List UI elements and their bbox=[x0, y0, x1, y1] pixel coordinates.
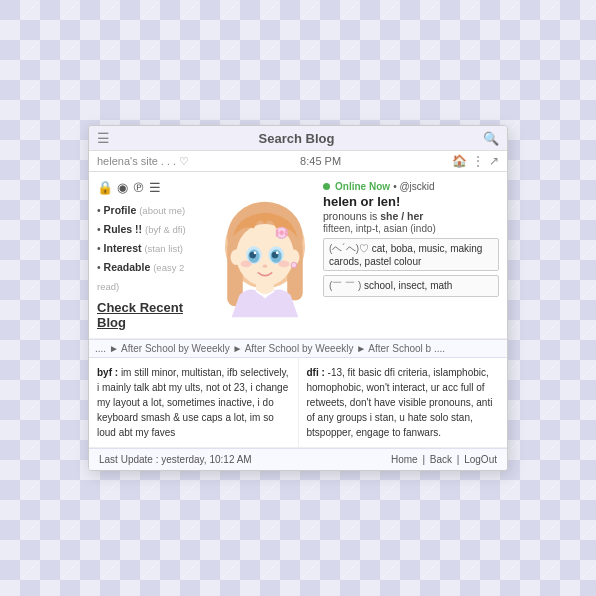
svg-point-11 bbox=[254, 252, 257, 255]
online-dot bbox=[323, 183, 330, 190]
nav-item-rules[interactable]: • Rules !! (byf & dfi) bbox=[97, 220, 207, 239]
nav-item-interest[interactable]: • Interest (stan list) bbox=[97, 239, 207, 258]
svg-point-12 bbox=[276, 252, 279, 255]
profile-left-nav: 🔒 ◉ ℗ ☰ • Profile (about me) • Rules !! … bbox=[97, 180, 207, 329]
profile-nav-links: • Profile (about me) • Rules !! (byf & d… bbox=[97, 201, 207, 295]
svg-point-18 bbox=[231, 250, 242, 266]
profile-section: 🔒 ◉ ℗ ☰ • Profile (about me) • Rules !! … bbox=[89, 172, 507, 338]
profile-info: Online Now • @jsckid helen or len! prono… bbox=[323, 180, 499, 329]
profile-icon-row: 🔒 ◉ ℗ ☰ bbox=[97, 180, 207, 195]
browser-toolbar: ☰ Search Blog 🔍 bbox=[89, 126, 507, 151]
byf-label: byf : bbox=[97, 367, 118, 378]
last-update: Last Update : yesterday, 10:12 AM bbox=[99, 454, 252, 465]
footer-links: Home | Back | LogOut bbox=[391, 454, 497, 465]
lock-icon: 🔒 bbox=[97, 180, 113, 195]
nav-item-readable[interactable]: • Readable (easy 2 read) bbox=[97, 258, 207, 296]
github-icon[interactable]: ◉ bbox=[117, 180, 128, 195]
dfi-box: dfi : -13, fit basic dfi criteria, islam… bbox=[299, 358, 508, 447]
svg-point-14 bbox=[278, 261, 289, 268]
browser-window: ☰ Search Blog 🔍 helena's site . . . ♡ 8:… bbox=[88, 125, 508, 470]
url-display[interactable]: helena's site . . . ♡ bbox=[97, 155, 189, 168]
online-status-row: Online Now • @jsckid bbox=[323, 180, 499, 192]
page-footer: Last Update : yesterday, 10:12 AM Home |… bbox=[89, 448, 507, 470]
online-status: Online Now bbox=[335, 181, 390, 192]
rss-icon[interactable]: ⋮ bbox=[472, 154, 484, 168]
likes-box: (ヘ´ヘ)♡ cat, boba, music, making carods, … bbox=[323, 238, 499, 271]
svg-point-20 bbox=[291, 263, 297, 269]
dislikes-box: (￣ ￣ ) school, insect, math bbox=[323, 275, 499, 297]
pinterest-icon[interactable]: ℗ bbox=[132, 180, 145, 195]
time-display: 8:45 PM bbox=[300, 155, 341, 167]
content-area: 🔒 ◉ ℗ ☰ • Profile (about me) • Rules !! … bbox=[89, 172, 507, 469]
hamburger-icon[interactable]: ☰ bbox=[97, 130, 110, 146]
details: fifteen, intp-t, asian (indo) bbox=[323, 223, 499, 234]
menu-icon[interactable]: ☰ bbox=[149, 180, 161, 195]
home-icon[interactable]: 🏠 bbox=[452, 154, 467, 168]
search-icon[interactable]: 🔍 bbox=[483, 131, 499, 146]
byf-text: im still minor, multistan, ifb selective… bbox=[97, 367, 289, 438]
footer-logout-link[interactable]: LogOut bbox=[464, 454, 497, 465]
browser-title: Search Blog bbox=[110, 131, 483, 146]
byf-dfi-section: byf : im still minor, multistan, ifb sel… bbox=[89, 358, 507, 448]
svg-point-13 bbox=[241, 261, 252, 268]
check-recent-blog-link[interactable]: Check Recent Blog bbox=[97, 300, 207, 330]
nav-item-profile[interactable]: • Profile (about me) bbox=[97, 201, 207, 220]
ticker-bar: .... ► After School by Weeekly ► After S… bbox=[89, 339, 507, 358]
dfi-text: -13, fit basic dfi criteria, islamphobic… bbox=[307, 367, 493, 438]
svg-point-15 bbox=[263, 265, 267, 268]
display-name: helen or len! bbox=[323, 194, 499, 209]
username: • @jsckid bbox=[393, 181, 434, 192]
address-bar-icons: 🏠 ⋮ ↗ bbox=[452, 154, 499, 168]
pronouns-line: pronouns is she / her bbox=[323, 210, 499, 222]
dfi-label: dfi : bbox=[307, 367, 325, 378]
byf-box: byf : im still minor, multistan, ifb sel… bbox=[89, 358, 299, 447]
profile-avatar bbox=[215, 180, 315, 329]
address-bar: helena's site . . . ♡ 8:45 PM 🏠 ⋮ ↗ bbox=[89, 151, 507, 172]
svg-point-17 bbox=[279, 231, 283, 235]
avatar-image bbox=[215, 184, 315, 329]
external-link-icon[interactable]: ↗ bbox=[489, 154, 499, 168]
footer-back-link[interactable]: Back bbox=[430, 454, 452, 465]
footer-home-link[interactable]: Home bbox=[391, 454, 418, 465]
